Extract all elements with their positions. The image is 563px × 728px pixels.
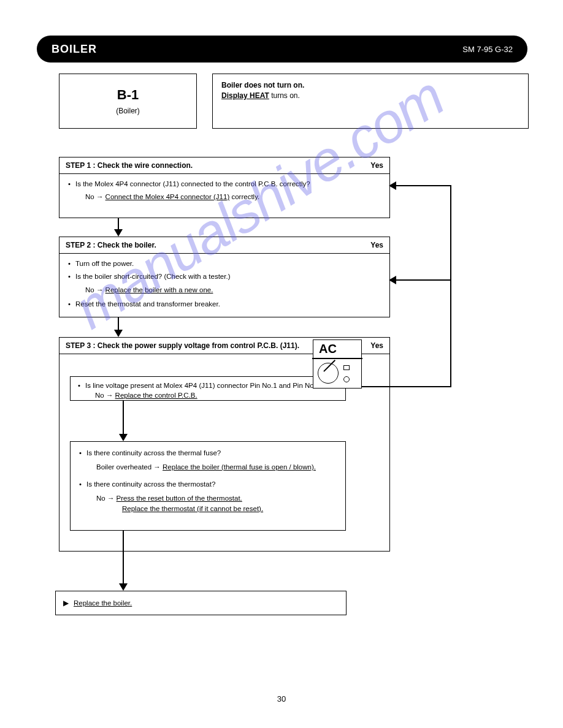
inner2-b2fix1: Press the reset button of the thermostat… — [117, 495, 242, 502]
feedback-vertical-line — [450, 185, 451, 386]
step-2-b2fix: Replace the boiler with a new one. — [105, 286, 213, 294]
step-2: STEP 2 : Check the boiler. Yes Turn off … — [59, 237, 390, 317]
arrowhead-down-icon — [119, 583, 128, 591]
ac-label: AC — [319, 342, 337, 356]
step-3-yes: Yes — [370, 341, 383, 350]
desc-line2-underline: Display HEAT — [221, 91, 269, 100]
connector-1 — [118, 218, 119, 230]
inner1-fix: Replace the control P.C.B. — [115, 392, 197, 399]
ac-button-icon — [343, 365, 350, 370]
step-1-title: STEP 1 : Check the wire connection. — [66, 161, 193, 170]
svc-text: Replace the boiler. — [74, 599, 132, 607]
ac-divider — [312, 358, 362, 359]
code-box: B-1 (Boiler) — [59, 74, 197, 129]
connector-2 — [118, 317, 119, 331]
inner2-b2fix2: Replace the thermostat (if it cannot be … — [122, 505, 263, 512]
arrowhead-down-icon — [114, 330, 123, 337]
header-title-bar: BOILER SM 7-95 G-32 — [37, 36, 527, 63]
arrowhead-down-icon — [114, 229, 123, 237]
header-title: BOILER — [52, 43, 97, 56]
step-1-fix-rest: correctly. — [229, 193, 259, 200]
arrowhead-down-icon — [119, 434, 128, 441]
service-action: ▶ Replace the boiler. — [55, 591, 347, 615]
inner2-b1q: Is there continuity across the thermal f… — [86, 449, 221, 457]
connector-4 — [123, 531, 124, 585]
connector-3 — [123, 401, 124, 435]
desc-line1: Boiler does not turn on. — [221, 80, 519, 91]
step-3-inner-2: Is there continuity across the thermal f… — [70, 441, 346, 531]
step-1-question: Is the Molex 4P4 connector (J11) connect… — [67, 179, 382, 189]
feedback-arrow-1 — [390, 181, 451, 190]
inner2-b2q: Is there continuity across the thermosta… — [86, 480, 215, 488]
ac-knob-icon — [343, 376, 350, 382]
page-number: 30 — [0, 694, 563, 703]
step-1-fix: Connect the Molex 4P4 connector (J11) — [105, 193, 230, 200]
inner1-q: Is line voltage present at Molex 4P4 (J1… — [85, 382, 324, 389]
step-2-b1: Turn off the power. — [67, 259, 382, 269]
step-1: STEP 1 : Check the wire connection. Yes … — [59, 157, 390, 218]
inner2-b1fix-pre: Boiler overheated → — [96, 463, 163, 471]
description-box: Boiler does not turn on. Display HEAT tu… — [212, 74, 529, 129]
step-2-yes: Yes — [370, 241, 383, 249]
step-3-inner-1: Is line voltage present at Molex 4P4 (J1… — [70, 376, 346, 401]
header-pageref: SM 7-95 G-32 — [462, 45, 513, 54]
code-sub: (Boiler) — [116, 107, 140, 115]
desc-line2-rest: turns on. — [269, 91, 300, 100]
step-1-yes: Yes — [370, 161, 383, 170]
feedback-arrow-3 — [362, 382, 451, 391]
play-icon: ▶ — [63, 599, 69, 607]
inner2-b1fix: Replace the boiler (thermal fuse is open… — [163, 463, 316, 471]
step-2-b3: Reset the thermostat and transformer bre… — [67, 299, 382, 309]
step-2-title: STEP 2 : Check the boiler. — [66, 241, 156, 249]
step-2-b2q: Is the boiler short-circuited? (Check wi… — [75, 273, 230, 280]
feedback-arrow-2 — [390, 276, 451, 284]
step-3-title: STEP 3 : Check the power supply voltage … — [66, 341, 299, 350]
code-text: B-1 — [117, 87, 139, 103]
